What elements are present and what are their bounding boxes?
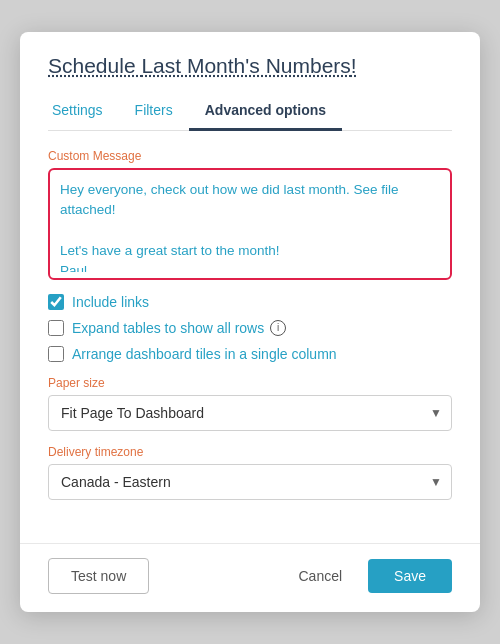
timezone-label: Delivery timezone xyxy=(48,445,452,459)
modal-header: Schedule Last Month's Numbers! Settings … xyxy=(20,32,480,131)
expand-tables-label[interactable]: Expand tables to show all rows i xyxy=(72,320,286,336)
paper-size-label: Paper size xyxy=(48,376,452,390)
save-button[interactable]: Save xyxy=(368,559,452,593)
custom-message-label: Custom Message xyxy=(48,149,452,163)
schedule-modal: Schedule Last Month's Numbers! Settings … xyxy=(20,32,480,612)
title-suffix: ! xyxy=(351,54,357,77)
arrange-tiles-row: Arrange dashboard tiles in a single colu… xyxy=(48,346,452,362)
test-now-button[interactable]: Test now xyxy=(48,558,149,594)
include-links-checkbox[interactable] xyxy=(48,294,64,310)
timezone-group: Delivery timezone Canada - Eastern US - … xyxy=(48,445,452,500)
timezone-select[interactable]: Canada - Eastern US - Pacific US - Mount… xyxy=(48,464,452,500)
checkbox-group: Include links Expand tables to show all … xyxy=(48,294,452,362)
paper-size-select[interactable]: Fit Page To Dashboard Letter A4 Legal xyxy=(48,395,452,431)
custom-message-input[interactable]: Hey everyone, check out how we did last … xyxy=(52,172,448,272)
timezone-wrapper: Canada - Eastern US - Pacific US - Mount… xyxy=(48,464,452,500)
title-underlined: Last Month's Numbers xyxy=(141,54,350,77)
paper-size-group: Paper size Fit Page To Dashboard Letter … xyxy=(48,376,452,431)
modal-body: Custom Message Hey everyone, check out h… xyxy=(20,131,480,543)
expand-tables-checkbox[interactable] xyxy=(48,320,64,336)
custom-message-group: Custom Message Hey everyone, check out h… xyxy=(48,149,452,280)
title-prefix: Schedule xyxy=(48,54,141,77)
paper-size-wrapper: Fit Page To Dashboard Letter A4 Legal ▼ xyxy=(48,395,452,431)
include-links-row: Include links xyxy=(48,294,452,310)
modal-title: Schedule Last Month's Numbers! xyxy=(48,54,452,78)
arrange-tiles-label[interactable]: Arrange dashboard tiles in a single colu… xyxy=(72,346,337,362)
custom-message-wrapper: Hey everyone, check out how we did last … xyxy=(48,168,452,280)
tab-filters[interactable]: Filters xyxy=(119,94,189,131)
cancel-button[interactable]: Cancel xyxy=(282,559,358,593)
tabs-bar: Settings Filters Advanced options xyxy=(48,94,452,131)
tab-settings[interactable]: Settings xyxy=(48,94,119,131)
modal-footer: Test now Cancel Save xyxy=(20,543,480,612)
tab-advanced-options[interactable]: Advanced options xyxy=(189,94,342,131)
expand-tables-row: Expand tables to show all rows i xyxy=(48,320,452,336)
info-icon[interactable]: i xyxy=(270,320,286,336)
arrange-tiles-checkbox[interactable] xyxy=(48,346,64,362)
include-links-label[interactable]: Include links xyxy=(72,294,149,310)
